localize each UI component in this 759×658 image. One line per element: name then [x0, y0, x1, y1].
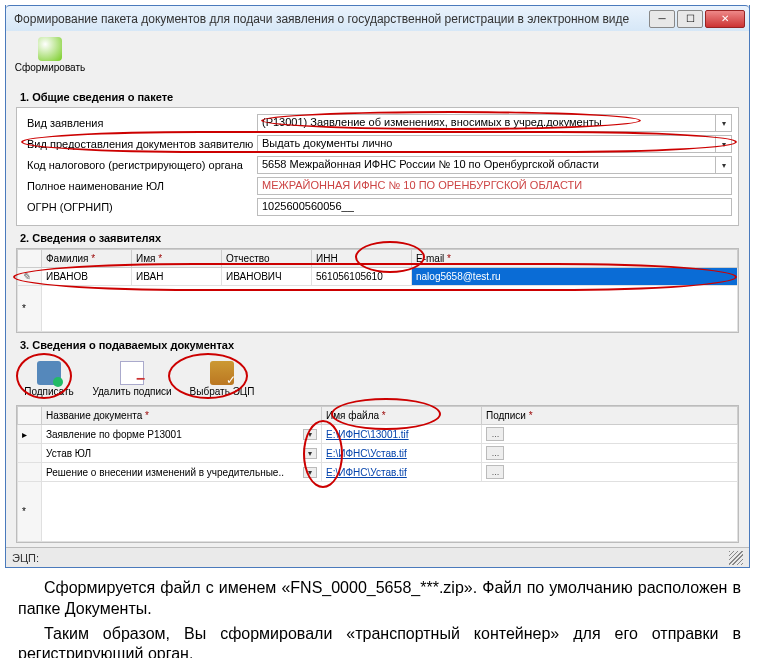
taxcode-value[interactable]: 5658 Межрайонная ИФНС России № 10 по Оре…: [257, 156, 716, 174]
delivery-label: Вид предоставления документов заявителю: [23, 138, 257, 150]
content-area: 1. Общие сведения о пакете Вид заявления…: [6, 79, 749, 547]
taxcode-label: Код налогового (регистрирующего) органа: [23, 159, 257, 171]
section3-title: 3. Сведения о подаваемых документах: [20, 339, 739, 351]
cert-icon: [210, 361, 234, 385]
ogrn-value[interactable]: 1025600560056__: [257, 198, 732, 216]
col-sigs[interactable]: Подписи: [482, 407, 738, 425]
minimize-button[interactable]: ─: [649, 10, 675, 28]
sign-icon: [37, 361, 61, 385]
delete-signatures-button[interactable]: Удалить подписи: [88, 359, 176, 399]
select-cert-button[interactable]: Выбрать ЭЦП: [186, 359, 258, 399]
delete-sig-label: Удалить подписи: [92, 386, 171, 397]
section1-title: 1. Общие сведения о пакете: [20, 91, 739, 103]
select-cert-label: Выбрать ЭЦП: [190, 386, 255, 397]
sig-button[interactable]: …: [486, 427, 504, 441]
section3-actions: Подписать Удалить подписи Выбрать ЭЦП: [16, 355, 739, 405]
table-row[interactable]: ▸ Заявление по форме Р13001▾ Е:\ИФНС\130…: [18, 425, 738, 444]
file-link[interactable]: Е:\ИФНС\13001.tif: [326, 429, 409, 440]
statusbar: ЭЦП:: [6, 547, 749, 567]
col-docname[interactable]: Название документа: [42, 407, 322, 425]
delivery-dropdown[interactable]: ▾: [716, 135, 732, 153]
window-title: Формирование пакета документов для подач…: [10, 12, 649, 26]
new-row[interactable]: *: [18, 482, 738, 542]
taxcode-dropdown[interactable]: ▾: [716, 156, 732, 174]
grid-rowheader: [18, 407, 42, 425]
col-inn[interactable]: ИНН: [312, 250, 412, 268]
table-row[interactable]: Решение о внесении изменений в учредител…: [18, 463, 738, 482]
maximize-button[interactable]: ☐: [677, 10, 703, 28]
kind-value[interactable]: (Р13001) Заявление об изменениях, вносим…: [257, 114, 716, 132]
kind-dropdown[interactable]: ▾: [716, 114, 732, 132]
col-lastname[interactable]: Фамилия: [42, 250, 132, 268]
col-filename[interactable]: Имя файла: [322, 407, 482, 425]
fullname-value[interactable]: МЕЖРАЙОННАЯ ИФНС № 10 ПО ОРЕНБУРГСКОЙ ОБ…: [257, 177, 732, 195]
new-row[interactable]: *: [18, 286, 738, 332]
cell-email[interactable]: nalog5658@test.ru: [412, 268, 738, 286]
caption-line2: Таким образом, Вы сформировали «транспор…: [18, 624, 741, 658]
package-icon: [38, 37, 62, 61]
row-indicator: ✎: [18, 268, 42, 286]
docname-dropdown[interactable]: ▾: [303, 429, 317, 440]
table-row[interactable]: Устав ЮЛ▾ Е:\ИФНС\Устав.tif …: [18, 444, 738, 463]
sign-button[interactable]: Подписать: [20, 359, 78, 399]
close-button[interactable]: ✕: [705, 10, 745, 28]
fullname-label: Полное наименование ЮЛ: [23, 180, 257, 192]
form-package-label: Сформировать: [15, 62, 86, 73]
cell-docname[interactable]: Устав ЮЛ▾: [42, 444, 322, 463]
file-link[interactable]: Е:\ИФНС\Устав.tif: [326, 448, 407, 459]
col-patronymic[interactable]: Отчество: [222, 250, 312, 268]
table-row[interactable]: ✎ ИВАНОВ ИВАН ИВАНОВИЧ 561056105610 nalo…: [18, 268, 738, 286]
section2-title: 2. Сведения о заявителях: [20, 232, 739, 244]
resize-grip[interactable]: [729, 551, 743, 565]
section1-panel: Вид заявления (Р13001) Заявление об изме…: [16, 107, 739, 226]
sig-button[interactable]: …: [486, 446, 504, 460]
caption-text: Сформируется файл с именем «FNS_0000_565…: [0, 573, 759, 658]
delete-sig-icon: [120, 361, 144, 385]
file-link[interactable]: Е:\ИФНС\Устав.tif: [326, 467, 407, 478]
form-package-button[interactable]: Сформировать: [14, 35, 86, 75]
app-window: Формирование пакета документов для подач…: [5, 5, 750, 568]
docname-dropdown[interactable]: ▾: [303, 448, 317, 459]
cell-patronymic[interactable]: ИВАНОВИЧ: [222, 268, 312, 286]
cell-docname[interactable]: Заявление по форме Р13001▾: [42, 425, 322, 444]
col-firstname[interactable]: Имя: [132, 250, 222, 268]
kind-label: Вид заявления: [23, 117, 257, 129]
main-toolbar: Сформировать: [6, 31, 749, 79]
sig-button[interactable]: …: [486, 465, 504, 479]
newrow-indicator: *: [18, 482, 42, 542]
docname-dropdown[interactable]: ▾: [303, 467, 317, 478]
cell-lastname[interactable]: ИВАНОВ: [42, 268, 132, 286]
row-indicator: ▸: [18, 425, 42, 444]
sign-label: Подписать: [24, 386, 74, 397]
newrow-indicator: *: [18, 286, 42, 332]
status-label: ЭЦП:: [12, 552, 39, 564]
documents-grid: Название документа Имя файла Подписи ▸ З…: [16, 405, 739, 543]
caption-line1: Сформируется файл с именем «FNS_0000_565…: [18, 578, 741, 620]
cell-firstname[interactable]: ИВАН: [132, 268, 222, 286]
grid-rowheader: [18, 250, 42, 268]
cell-inn[interactable]: 561056105610: [312, 268, 412, 286]
col-email[interactable]: E-mail: [412, 250, 738, 268]
cell-docname[interactable]: Решение о внесении изменений в учредител…: [42, 463, 322, 482]
applicants-grid: Фамилия Имя Отчество ИНН E-mail ✎ ИВАНОВ…: [16, 248, 739, 333]
ogrn-label: ОГРН (ОГРНИП): [23, 201, 257, 213]
titlebar: Формирование пакета документов для подач…: [6, 5, 749, 31]
delivery-value[interactable]: Выдать документы лично: [257, 135, 716, 153]
